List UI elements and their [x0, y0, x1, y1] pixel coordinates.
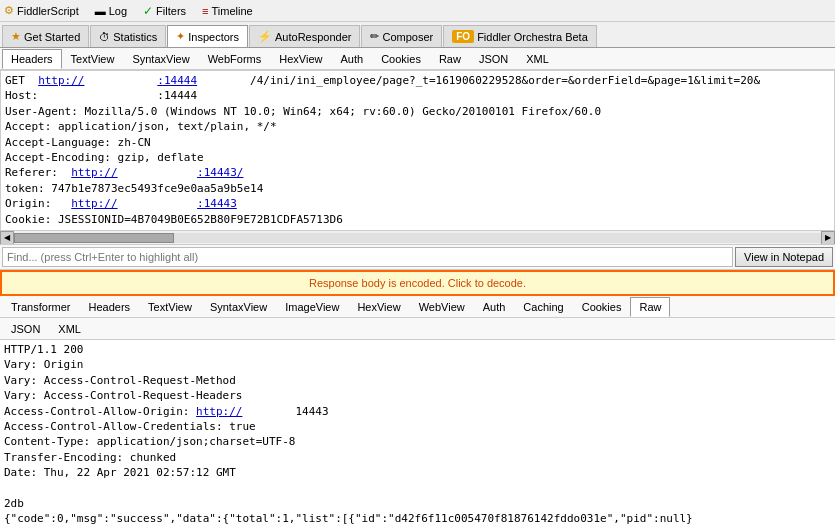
response-subtabs-row2: JSON XML — [0, 318, 835, 340]
log-icon: ▬ — [95, 5, 106, 17]
compose-icon: ✏ — [370, 30, 379, 43]
req-tab-xml[interactable]: XML — [517, 49, 558, 69]
tab-get-started[interactable]: ★ Get Started — [2, 25, 89, 47]
filter-checkmark: ✓ — [143, 4, 153, 18]
resp-tab-webview[interactable]: WebView — [410, 297, 474, 317]
hscroll-thumb[interactable] — [14, 233, 174, 243]
tab-composer-label: Composer — [382, 31, 433, 43]
resp-tab-cookies[interactable]: Cookies — [573, 297, 631, 317]
response-banner-text: Response body is encoded. Click to decod… — [309, 277, 526, 289]
script-icon: ⚙ — [4, 4, 14, 17]
req-url-link[interactable]: http:// — [38, 74, 84, 87]
resp-tab-syntaxview[interactable]: SyntaxView — [201, 297, 276, 317]
menu-timeline[interactable]: ≡ Timeline — [202, 5, 253, 17]
filters-label: Filters — [156, 5, 186, 17]
tab-statistics[interactable]: ⏱ Statistics — [90, 25, 166, 47]
timeline-label: Timeline — [211, 5, 252, 17]
referer-port-link[interactable]: :14443/ — [197, 166, 243, 179]
request-subtabs: Headers TextView SyntaxView WebForms Hex… — [0, 48, 835, 70]
response-section: Response body is encoded. Click to decod… — [0, 270, 835, 532]
log-label: Log — [109, 5, 127, 17]
resp-tab-imageview[interactable]: ImageView — [276, 297, 348, 317]
resp-tab-raw[interactable]: Raw — [630, 297, 670, 317]
referer-link[interactable]: http:// — [71, 166, 117, 179]
timeline-icon: ≡ — [202, 5, 208, 17]
hscroll-right-btn[interactable]: ▶ — [821, 231, 835, 245]
request-text: GET http:// :14444 /4/ini/ini_employee/p… — [5, 73, 830, 230]
fiddlerscript-label: FiddlerScript — [17, 5, 79, 17]
tab-fo-label: Fiddler Orchestra Beta — [477, 31, 588, 43]
hscroll-track[interactable] — [14, 233, 821, 243]
req-tab-textview[interactable]: TextView — [62, 49, 124, 69]
request-content-area: GET http:// :14444 /4/ini/ini_employee/p… — [0, 70, 835, 230]
response-encoded-banner[interactable]: Response body is encoded. Click to decod… — [0, 270, 835, 296]
response-text: HTTP/1.1 200 Vary: Origin Vary: Access-C… — [4, 342, 831, 527]
find-input[interactable] — [2, 247, 733, 267]
req-tab-json[interactable]: JSON — [470, 49, 517, 69]
req-tab-headers[interactable]: Headers — [2, 49, 62, 69]
resp-tab-transformer[interactable]: Transformer — [2, 297, 80, 317]
menu-fiddlerscript[interactable]: ⚙ FiddlerScript — [4, 4, 79, 17]
star-icon: ★ — [11, 30, 21, 43]
hscroll-left-btn[interactable]: ◀ — [0, 231, 14, 245]
stats-icon: ⏱ — [99, 31, 110, 43]
req-tab-hexview[interactable]: HexView — [270, 49, 331, 69]
main-container: ⚙ FiddlerScript ▬ Log ✓ Filters ≡ Timeli… — [0, 0, 835, 532]
resp-tab-headers[interactable]: Headers — [80, 297, 140, 317]
req-tab-cookies[interactable]: Cookies — [372, 49, 430, 69]
resp-tab-textview[interactable]: TextView — [139, 297, 201, 317]
tab-statistics-label: Statistics — [113, 31, 157, 43]
resp-tab-hexview[interactable]: HexView — [348, 297, 409, 317]
access-control-link[interactable]: http:// — [196, 405, 242, 418]
menu-log[interactable]: ▬ Log — [95, 5, 127, 17]
req-tab-auth[interactable]: Auth — [332, 49, 373, 69]
req-tab-syntaxview[interactable]: SyntaxView — [123, 49, 198, 69]
tab-autoresponder-label: AutoResponder — [275, 31, 351, 43]
tab-inspectors-label: Inspectors — [188, 31, 239, 43]
auto-icon: ⚡ — [258, 30, 272, 43]
toolbar-tabs: ★ Get Started ⏱ Statistics ✦ Inspectors … — [0, 22, 835, 48]
menu-bar: ⚙ FiddlerScript ▬ Log ✓ Filters ≡ Timeli… — [0, 0, 835, 22]
request-hscrollbar[interactable]: ◀ ▶ — [0, 230, 835, 244]
view-in-notepad-button[interactable]: View in Notepad — [735, 247, 833, 267]
resp-tab-xml[interactable]: XML — [49, 319, 90, 339]
menu-filters[interactable]: ✓ Filters — [143, 4, 186, 18]
origin-port-link[interactable]: :14443 — [197, 197, 237, 210]
resp-tab-json[interactable]: JSON — [2, 319, 49, 339]
req-tab-webforms[interactable]: WebForms — [199, 49, 271, 69]
tab-get-started-label: Get Started — [24, 31, 80, 43]
response-content-area: HTTP/1.1 200 Vary: Origin Vary: Access-C… — [0, 340, 835, 532]
tab-fo[interactable]: FO Fiddler Orchestra Beta — [443, 25, 597, 47]
resp-tab-auth[interactable]: Auth — [474, 297, 515, 317]
fo-badge: FO — [452, 30, 474, 43]
req-tab-raw[interactable]: Raw — [430, 49, 470, 69]
inspect-icon: ✦ — [176, 30, 185, 43]
tab-composer[interactable]: ✏ Composer — [361, 25, 442, 47]
response-subtabs-row1: Transformer Headers TextView SyntaxView … — [0, 296, 835, 318]
tab-autoresponder[interactable]: ⚡ AutoResponder — [249, 25, 360, 47]
tab-inspectors[interactable]: ✦ Inspectors — [167, 25, 248, 47]
find-bar: View in Notepad — [0, 244, 835, 270]
origin-link[interactable]: http:// — [71, 197, 117, 210]
req-port-link[interactable]: :14444 — [157, 74, 197, 87]
resp-tab-caching[interactable]: Caching — [514, 297, 572, 317]
